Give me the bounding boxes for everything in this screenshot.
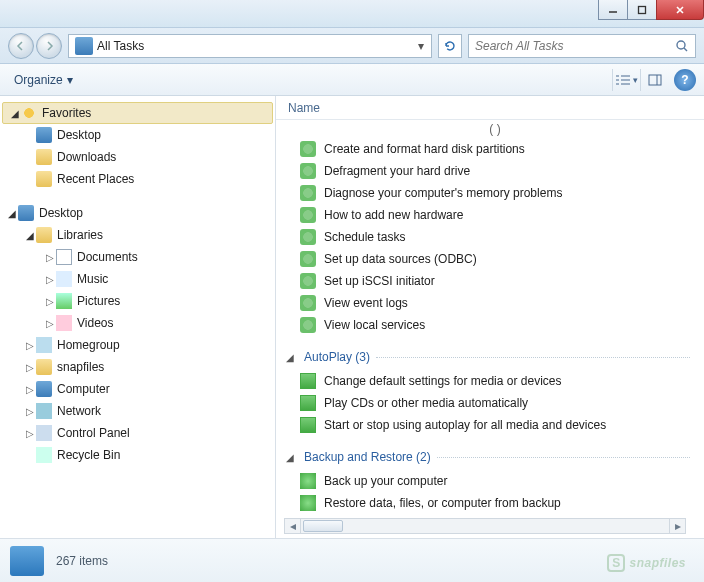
tree-item-libraries[interactable]: ◢Libraries bbox=[0, 224, 275, 246]
expand-icon[interactable]: ▷ bbox=[24, 384, 36, 395]
task-item[interactable]: Defragment your hard drive bbox=[286, 160, 704, 182]
task-label: Start or stop using autoplay for all med… bbox=[324, 418, 606, 432]
tree-item-downloads[interactable]: Downloads bbox=[0, 146, 275, 168]
folder-icon bbox=[36, 171, 52, 187]
close-button[interactable] bbox=[656, 0, 704, 20]
task-icon bbox=[300, 317, 316, 333]
truncated-group-indicator: ( ) bbox=[286, 122, 704, 138]
content-list: Name ( )Create and format hard disk part… bbox=[276, 96, 704, 538]
expand-icon[interactable]: ▷ bbox=[44, 252, 56, 263]
task-label: Schedule tasks bbox=[324, 230, 405, 244]
tree-item-homegroup[interactable]: ▷Homegroup bbox=[0, 334, 275, 356]
group-header[interactable]: ◢AutoPlay (3) bbox=[286, 344, 704, 370]
tree-item-label: Favorites bbox=[42, 106, 91, 120]
folder-icon bbox=[36, 149, 52, 165]
collapse-icon[interactable]: ◢ bbox=[24, 230, 36, 241]
tree-item-recycle-bin[interactable]: Recycle Bin bbox=[0, 444, 275, 466]
svg-rect-2 bbox=[649, 75, 661, 85]
column-header-name[interactable]: Name bbox=[276, 96, 704, 120]
task-item[interactable]: Back up your computer bbox=[286, 470, 704, 492]
task-item[interactable]: Create and format hard disk partitions bbox=[286, 138, 704, 160]
expand-icon[interactable]: ▷ bbox=[44, 318, 56, 329]
task-item[interactable]: Set up data sources (ODBC) bbox=[286, 248, 704, 270]
task-label: Diagnose your computer's memory problems bbox=[324, 186, 562, 200]
tree-item-pictures[interactable]: ▷Pictures bbox=[0, 290, 275, 312]
task-item[interactable]: View event logs bbox=[286, 292, 704, 314]
command-toolbar: Organize ▾ ▾ ? bbox=[0, 64, 704, 96]
group-header[interactable]: ◢Backup and Restore (2) bbox=[286, 444, 704, 470]
horizontal-scrollbar[interactable]: ◂ ▸ bbox=[284, 518, 686, 534]
tree-item-music[interactable]: ▷Music bbox=[0, 268, 275, 290]
task-icon bbox=[300, 495, 316, 511]
expand-icon[interactable]: ▷ bbox=[44, 296, 56, 307]
tree-item-label: Homegroup bbox=[57, 338, 120, 352]
expand-icon[interactable]: ▷ bbox=[24, 340, 36, 351]
tree-item-label: Control Panel bbox=[57, 426, 130, 440]
tree-item-videos[interactable]: ▷Videos bbox=[0, 312, 275, 334]
task-item[interactable]: How to add new hardware bbox=[286, 204, 704, 226]
address-bar[interactable]: All Tasks ▾ bbox=[68, 34, 432, 58]
task-label: Change default settings for media or dev… bbox=[324, 374, 561, 388]
scroll-thumb[interactable] bbox=[303, 520, 343, 532]
refresh-button[interactable] bbox=[438, 34, 462, 58]
task-item[interactable]: Restore data, files, or computer from ba… bbox=[286, 492, 704, 514]
view-options-button[interactable]: ▾ bbox=[612, 69, 640, 91]
tree-item-desktop[interactable]: ◢Desktop bbox=[0, 202, 275, 224]
monitor-icon bbox=[36, 381, 52, 397]
cpanel-icon bbox=[36, 425, 52, 441]
tree-item-computer[interactable]: ▷Computer bbox=[0, 378, 275, 400]
task-item[interactable]: Schedule tasks bbox=[286, 226, 704, 248]
task-label: How to add new hardware bbox=[324, 208, 463, 222]
maximize-button[interactable] bbox=[627, 0, 657, 20]
tree-item-recent-places[interactable]: Recent Places bbox=[0, 168, 275, 190]
expand-icon[interactable]: ▷ bbox=[24, 406, 36, 417]
task-icon bbox=[300, 473, 316, 489]
collapse-icon[interactable]: ◢ bbox=[6, 208, 18, 219]
expand-icon[interactable]: ▷ bbox=[24, 362, 36, 373]
recycle-icon bbox=[36, 447, 52, 463]
tree-item-favorites[interactable]: ◢Favorites bbox=[2, 102, 273, 124]
task-item[interactable]: Start or stop using autoplay for all med… bbox=[286, 414, 704, 436]
task-item[interactable]: Set up iSCSI initiator bbox=[286, 270, 704, 292]
task-icon bbox=[300, 163, 316, 179]
tree-item-desktop[interactable]: Desktop bbox=[0, 124, 275, 146]
preview-pane-button[interactable] bbox=[640, 69, 668, 91]
task-item[interactable]: Change default settings for media or dev… bbox=[286, 370, 704, 392]
task-icon bbox=[300, 207, 316, 223]
help-button[interactable]: ? bbox=[674, 69, 696, 91]
address-dropdown-icon[interactable]: ▾ bbox=[413, 39, 429, 53]
organize-menu[interactable]: Organize ▾ bbox=[8, 70, 79, 90]
task-item[interactable]: View local services bbox=[286, 314, 704, 336]
task-icon bbox=[300, 185, 316, 201]
tree-item-label: Downloads bbox=[57, 150, 116, 164]
tree-item-network[interactable]: ▷Network bbox=[0, 400, 275, 422]
location-icon bbox=[75, 37, 93, 55]
task-icon bbox=[300, 141, 316, 157]
task-item[interactable]: Play CDs or other media automatically bbox=[286, 392, 704, 414]
task-item[interactable]: Diagnose your computer's memory problems bbox=[286, 182, 704, 204]
expand-icon[interactable]: ▷ bbox=[44, 274, 56, 285]
collapse-icon[interactable]: ◢ bbox=[9, 108, 21, 119]
tree-item-control-panel[interactable]: ▷Control Panel bbox=[0, 422, 275, 444]
expand-icon[interactable]: ▷ bbox=[24, 428, 36, 439]
collapse-icon[interactable]: ◢ bbox=[286, 352, 298, 363]
tree-item-label: Music bbox=[77, 272, 108, 286]
tree-item-label: Recent Places bbox=[57, 172, 134, 186]
tree-item-snapfiles[interactable]: ▷snapfiles bbox=[0, 356, 275, 378]
window-titlebar bbox=[0, 0, 704, 28]
collapse-icon[interactable]: ◢ bbox=[286, 452, 298, 463]
tree-item-documents[interactable]: ▷Documents bbox=[0, 246, 275, 268]
back-button[interactable] bbox=[8, 33, 34, 59]
scroll-right-arrow[interactable]: ▸ bbox=[669, 519, 685, 533]
item-count: 267 items bbox=[56, 554, 108, 568]
tree-item-label: Recycle Bin bbox=[57, 448, 120, 462]
folder-icon bbox=[36, 227, 52, 243]
forward-button[interactable] bbox=[36, 33, 62, 59]
monitor-icon bbox=[18, 205, 34, 221]
minimize-button[interactable] bbox=[598, 0, 628, 20]
navigation-tree: ◢FavoritesDesktopDownloadsRecent Places◢… bbox=[0, 96, 276, 538]
search-box[interactable] bbox=[468, 34, 696, 58]
search-input[interactable] bbox=[475, 39, 675, 53]
task-label: Back up your computer bbox=[324, 474, 447, 488]
scroll-left-arrow[interactable]: ◂ bbox=[285, 519, 301, 533]
